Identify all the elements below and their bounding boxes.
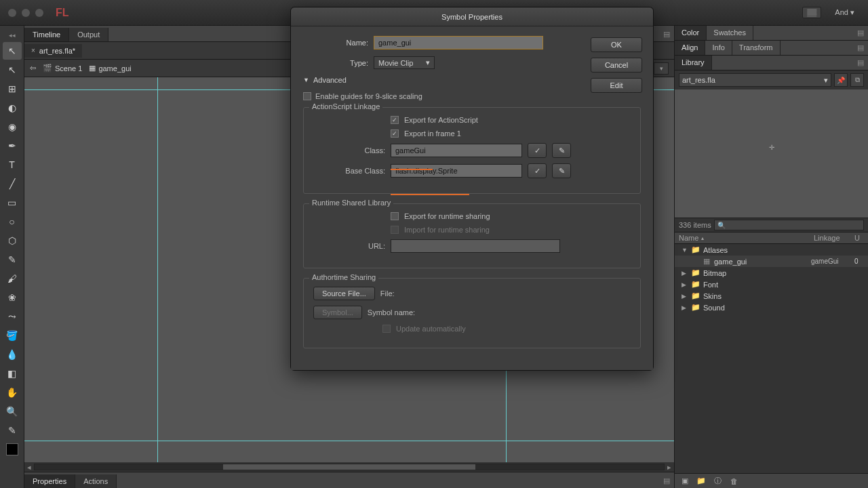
twisty-icon[interactable]: ▶ bbox=[682, 304, 688, 311]
library-count-row: 336 items 🔍 bbox=[675, 218, 868, 232]
library-column-header[interactable]: Name ▴ Linkage U bbox=[675, 232, 868, 244]
line-tool[interactable]: ╱ bbox=[3, 175, 22, 192]
3d-rotation-tool[interactable]: ◐ bbox=[3, 99, 22, 117]
lasso-tool[interactable]: ◉ bbox=[3, 118, 22, 136]
document-tab[interactable]: × art_res.fla* bbox=[24, 44, 82, 58]
ok-button[interactable]: OK bbox=[591, 37, 642, 52]
tab-output[interactable]: Output bbox=[69, 28, 108, 41]
panel-collapse-icon[interactable]: ◂◂ bbox=[3, 30, 22, 41]
selection-tool[interactable]: ↖ bbox=[3, 42, 22, 60]
cancel-button[interactable]: Cancel bbox=[591, 58, 642, 73]
validate-class-button[interactable]: ✓ bbox=[528, 143, 547, 158]
back-button[interactable]: ⇦ bbox=[30, 64, 36, 73]
scroll-left-icon[interactable]: ◂ bbox=[24, 463, 34, 472]
import-runtime-label: Import for runtime sharing bbox=[404, 226, 490, 234]
edit-class-button[interactable]: ✎ bbox=[552, 143, 571, 158]
horizontal-scrollbar[interactable]: ◂ ▸ bbox=[24, 462, 674, 472]
panel-menu-icon[interactable]: ▤ bbox=[853, 41, 868, 55]
symbol-name-input[interactable] bbox=[374, 36, 543, 49]
library-item[interactable]: ▼📁Atlases bbox=[675, 244, 868, 256]
new-library-button[interactable]: ⧉ bbox=[850, 73, 864, 87]
edit-symbols-button[interactable]: ▾ bbox=[654, 62, 669, 75]
free-transform-tool[interactable]: ⊞ bbox=[3, 80, 22, 98]
export-actionscript-checkbox[interactable] bbox=[391, 116, 399, 124]
pen-tool[interactable]: ✒ bbox=[3, 137, 22, 155]
fill-color-swatch[interactable] bbox=[6, 443, 18, 455]
tab-actions[interactable]: Actions bbox=[75, 474, 117, 488]
close-tab-icon[interactable]: × bbox=[31, 47, 35, 54]
symbol-type-select[interactable]: Movie Clip▾ bbox=[374, 56, 435, 69]
tab-timeline[interactable]: Timeline bbox=[24, 28, 69, 41]
panel-menu-icon[interactable]: ▤ bbox=[853, 56, 868, 70]
hand-tool[interactable]: ✋ bbox=[3, 384, 22, 401]
rectangle-tool[interactable]: ▭ bbox=[3, 194, 22, 211]
item-label: Sound bbox=[703, 304, 808, 312]
library-item[interactable]: ▦game_guigameGui0 bbox=[675, 256, 868, 267]
tab-transform[interactable]: Transform bbox=[732, 41, 781, 55]
library-item[interactable]: ▶📁Sound bbox=[675, 302, 868, 313]
scroll-thumb[interactable] bbox=[223, 464, 475, 470]
runtime-shared-library-group: Runtime Shared Library Export for runtim… bbox=[303, 203, 641, 268]
twisty-icon[interactable]: ▶ bbox=[682, 293, 688, 300]
class-input[interactable] bbox=[391, 144, 522, 157]
tab-library[interactable]: Library bbox=[675, 56, 712, 70]
twisty-icon[interactable]: ▶ bbox=[682, 281, 688, 288]
library-item-count: 336 items bbox=[679, 221, 711, 229]
registration-icon: ✛ bbox=[769, 144, 774, 151]
validate-base-button[interactable]: ✓ bbox=[528, 163, 547, 178]
panel-menu-icon[interactable]: ▤ bbox=[853, 26, 868, 40]
library-item[interactable]: ▶📁Skins bbox=[675, 290, 868, 302]
document-tab-label: art_res.fla* bbox=[39, 47, 75, 55]
oval-tool[interactable]: ○ bbox=[3, 213, 22, 230]
new-symbol-button[interactable]: ▣ bbox=[679, 476, 691, 487]
library-item[interactable]: ▶📁Font bbox=[675, 279, 868, 290]
new-folder-button[interactable]: 📁 bbox=[695, 476, 707, 487]
deco-tool[interactable]: ❀ bbox=[3, 289, 22, 306]
zoom-tool[interactable]: 🔍 bbox=[3, 403, 22, 420]
library-item[interactable]: ▶📁Bitmap bbox=[675, 267, 868, 279]
tab-info[interactable]: Info bbox=[705, 41, 732, 55]
advanced-label: Advanced bbox=[313, 76, 347, 84]
edit-base-button[interactable]: ✎ bbox=[552, 163, 571, 178]
paint-bucket-tool[interactable]: 🪣 bbox=[3, 327, 22, 344]
stroke-color-icon[interactable]: ✎ bbox=[3, 422, 22, 439]
library-file-select[interactable]: art_res.fla▾ bbox=[679, 73, 831, 87]
pencil-tool[interactable]: ✎ bbox=[3, 251, 22, 268]
delete-button[interactable]: 🗑 bbox=[728, 476, 740, 487]
workspace-layout-button[interactable]: ▒▒ bbox=[802, 7, 821, 18]
edit-button[interactable]: Edit bbox=[591, 78, 642, 93]
tab-properties[interactable]: Properties bbox=[24, 474, 75, 488]
file-label: File: bbox=[380, 289, 395, 298]
text-tool[interactable]: T bbox=[3, 156, 22, 174]
symbol-crumb[interactable]: ▦game_gui bbox=[89, 64, 131, 73]
pin-library-button[interactable]: 📌 bbox=[834, 73, 848, 87]
properties-button[interactable]: ⓘ bbox=[711, 476, 724, 487]
col-use-label: U bbox=[854, 234, 864, 242]
bone-tool[interactable]: ⤳ bbox=[3, 308, 22, 325]
panel-menu-icon[interactable]: ▤ bbox=[659, 27, 674, 41]
twisty-icon[interactable]: ▶ bbox=[682, 270, 688, 277]
scroll-right-icon[interactable]: ▸ bbox=[665, 463, 674, 472]
base-class-input[interactable] bbox=[391, 164, 522, 178]
traffic-lights[interactable] bbox=[8, 9, 43, 17]
polystar-tool[interactable]: ⬡ bbox=[3, 232, 22, 249]
panel-menu-icon[interactable]: ▤ bbox=[659, 474, 674, 488]
nine-slice-checkbox[interactable] bbox=[303, 92, 311, 100]
tab-color[interactable]: Color bbox=[675, 26, 707, 40]
tab-align[interactable]: Align bbox=[675, 41, 705, 55]
source-file-button[interactable]: Source File... bbox=[313, 287, 375, 300]
export-frame1-checkbox[interactable] bbox=[391, 129, 399, 138]
eraser-tool[interactable]: ◧ bbox=[3, 365, 22, 382]
library-search-input[interactable]: 🔍 bbox=[714, 220, 864, 230]
export-runtime-checkbox[interactable] bbox=[391, 212, 399, 220]
brush-tool[interactable]: 🖌 bbox=[3, 270, 22, 287]
library-tree[interactable]: ▼📁Atlases▦game_guigameGui0▶📁Bitmap▶📁Font… bbox=[675, 244, 868, 473]
folder-icon: 📁 bbox=[691, 245, 701, 254]
authortime-title: Authortime Sharing bbox=[309, 273, 378, 281]
workspace-menu[interactable]: And ▾ bbox=[829, 5, 860, 20]
subselection-tool[interactable]: ↖ bbox=[3, 61, 22, 79]
tab-swatches[interactable]: Swatches bbox=[707, 26, 753, 40]
scene-crumb[interactable]: 🎬Scene 1 bbox=[43, 64, 82, 73]
eyedropper-tool[interactable]: 💧 bbox=[3, 346, 22, 363]
twisty-icon[interactable]: ▼ bbox=[682, 247, 688, 253]
